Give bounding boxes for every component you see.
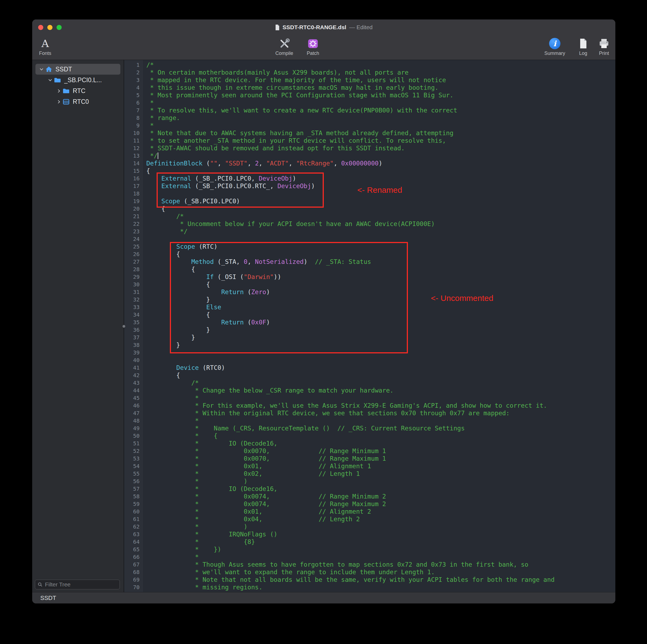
- sidebar-item-sb-pci0-l[interactable]: _SB.PCI0.L...: [35, 75, 120, 85]
- code-line: * Name (_CRS, ResourceTemplate () // _CR…: [144, 424, 616, 432]
- chevron-right-icon[interactable]: [55, 99, 63, 104]
- line-number: 21: [124, 213, 143, 220]
- line-number: 57: [124, 485, 143, 493]
- status-text: SSDT: [40, 594, 56, 601]
- close-button[interactable]: [38, 25, 43, 30]
- line-number: 63: [124, 531, 143, 538]
- code-line: * 0x0070, // Range Maximum 1: [144, 455, 616, 462]
- line-number: 5: [124, 91, 143, 99]
- line-number: 46: [124, 402, 143, 409]
- line-number: 35: [124, 318, 143, 326]
- code-line: * IRQNoFlags (): [144, 531, 616, 538]
- code-line: */: [144, 228, 616, 235]
- device-icon: [63, 98, 71, 105]
- sidebar-item-ssdt[interactable]: SSDT: [35, 64, 120, 75]
- code-line: {: [144, 205, 616, 213]
- code-line: Else: [144, 303, 616, 311]
- sidebar-item-label: _SB.PCI0.L...: [64, 77, 102, 84]
- code-line: * 0x0070, // Range Minimum 1: [144, 447, 616, 455]
- app-window: SSDT-RTC0-RANGE.dsl — Edited A Fonts Com…: [32, 19, 616, 603]
- folder-icon: [54, 77, 63, 84]
- chevron-down-icon[interactable]: [38, 67, 45, 72]
- code-line: Scope (_SB.PCI0.LPC0): [144, 197, 616, 205]
- sidebar-item-label: RTC0: [73, 98, 89, 105]
- line-number: 20: [124, 205, 143, 213]
- code-line: {: [144, 280, 616, 288]
- line-number: 9: [124, 122, 143, 129]
- line-number: 44: [124, 387, 143, 394]
- code-line: {: [144, 265, 616, 273]
- line-number: 62: [124, 523, 143, 531]
- line-number: 25: [124, 243, 143, 250]
- filter-tree-field[interactable]: [35, 580, 120, 589]
- sidebar: SSDT_SB.PCI0.L...RTCRTC0: [32, 60, 124, 592]
- code-line: * missing regions.: [144, 583, 616, 591]
- code-line: External (_SB_.PCI0.LPC0, DeviceObj): [144, 175, 616, 182]
- chevron-down-icon[interactable]: [46, 78, 54, 82]
- chevron-right-icon[interactable]: [55, 89, 63, 93]
- code-line: Device (RTC0): [144, 364, 616, 372]
- sidebar-item-rtc0[interactable]: RTC0: [35, 96, 120, 107]
- line-number: 34: [124, 311, 143, 318]
- line-number: 37: [124, 334, 143, 341]
- line-number: 65: [124, 546, 143, 553]
- code-line: * ): [144, 477, 616, 485]
- code-area[interactable]: /* * On certain motherboards(mainly Asus…: [144, 60, 616, 592]
- code-line: * Change the below _CSR range to match y…: [144, 387, 616, 394]
- filter-tree-input[interactable]: [44, 581, 117, 588]
- code-line: *: [144, 553, 616, 561]
- line-number: 14: [124, 160, 143, 167]
- window-title: SSDT-RTC0-RANGE.dsl — Edited: [275, 24, 372, 30]
- summary-button[interactable]: i Summary: [542, 37, 568, 56]
- print-button[interactable]: Print: [591, 37, 616, 56]
- line-number: 36: [124, 326, 143, 334]
- code-line: Scope (RTC): [144, 243, 616, 250]
- code-line: * we'll want to expand the range to incl…: [144, 568, 616, 576]
- code-line: [144, 349, 616, 356]
- code-line: * }): [144, 546, 616, 553]
- line-number: 17: [124, 182, 143, 190]
- line-number: 58: [124, 493, 143, 500]
- line-number: 13: [124, 152, 143, 160]
- line-number: 55: [124, 470, 143, 477]
- text-cursor: [158, 153, 158, 159]
- code-editor: 1234567891011121314151617181920212223242…: [124, 60, 616, 592]
- code-line: * Though Asus seems to have forgotten to…: [144, 561, 616, 568]
- splitter-handle[interactable]: [123, 325, 125, 328]
- code-line: /*: [144, 61, 616, 69]
- code-line: * Uncomment below if your ACPI doesn't h…: [144, 220, 616, 228]
- window-title-edited-badge: — Edited: [349, 24, 372, 30]
- fonts-icon: A: [42, 37, 49, 50]
- line-number: 49: [124, 424, 143, 432]
- minimize-button[interactable]: [47, 25, 53, 30]
- line-number: 67: [124, 561, 143, 568]
- patch-button[interactable]: Patch: [300, 37, 326, 56]
- compile-label: Compile: [275, 51, 293, 56]
- code-line: If (_OSI ("Darwin")): [144, 273, 616, 280]
- line-number: 68: [124, 568, 143, 576]
- log-document-icon: [577, 37, 589, 50]
- line-number: 33: [124, 303, 143, 311]
- line-number: 1: [124, 61, 143, 69]
- line-number: 60: [124, 508, 143, 515]
- code-line: * IO (Decode16,: [144, 439, 616, 447]
- home-icon: [45, 66, 54, 73]
- info-icon: i: [549, 37, 561, 50]
- code-line: * For this example, we'll use the Asus S…: [144, 402, 616, 409]
- line-number: 24: [124, 235, 143, 243]
- window-titlebar[interactable]: SSDT-RTC0-RANGE.dsl — Edited: [32, 19, 616, 35]
- patch-label: Patch: [307, 51, 319, 56]
- toolbar: A Fonts Compile: [32, 35, 616, 60]
- compile-button[interactable]: Compile: [271, 37, 297, 56]
- code-line: * On certain motherboards(mainly Asus X2…: [144, 69, 616, 76]
- code-line: * 0x02, // Length 1: [144, 470, 616, 477]
- code-line: *: [144, 394, 616, 402]
- code-line: * to set another _STA method in your RTC…: [144, 137, 616, 144]
- code-line: * To resolve this, we'll want to create …: [144, 106, 616, 114]
- line-number: 29: [124, 273, 143, 280]
- code-line: */: [144, 152, 616, 160]
- sidebar-item-rtc[interactable]: RTC: [35, 85, 120, 96]
- line-number-gutter: 1234567891011121314151617181920212223242…: [124, 60, 144, 592]
- zoom-button[interactable]: [57, 25, 62, 30]
- fonts-button[interactable]: A Fonts: [32, 37, 58, 56]
